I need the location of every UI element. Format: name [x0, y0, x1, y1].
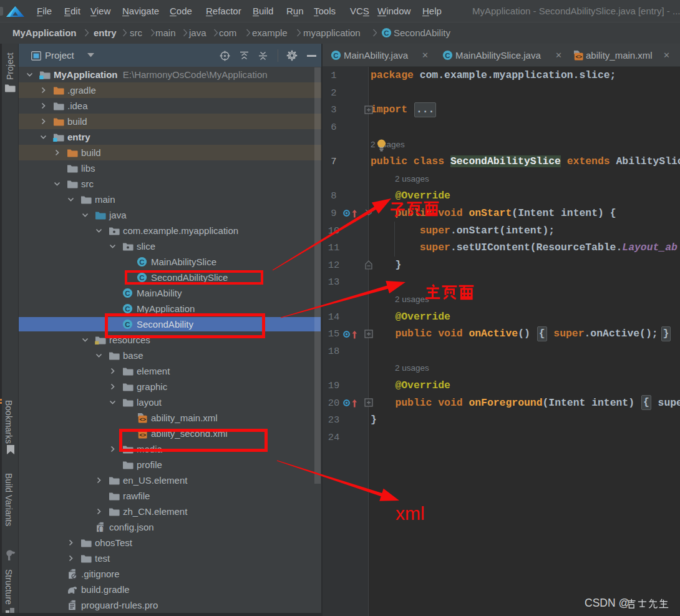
- svg-text:C: C: [125, 305, 130, 313]
- svg-text:C: C: [384, 29, 389, 37]
- svg-text:C: C: [445, 52, 450, 59]
- svg-text:<>: <>: [575, 54, 582, 61]
- svg-text:<>: <>: [139, 417, 146, 423]
- svg-text:C: C: [139, 258, 144, 266]
- svg-text:C: C: [125, 290, 130, 297]
- svg-text:{}: {}: [97, 526, 105, 532]
- svg-text:C: C: [333, 52, 338, 59]
